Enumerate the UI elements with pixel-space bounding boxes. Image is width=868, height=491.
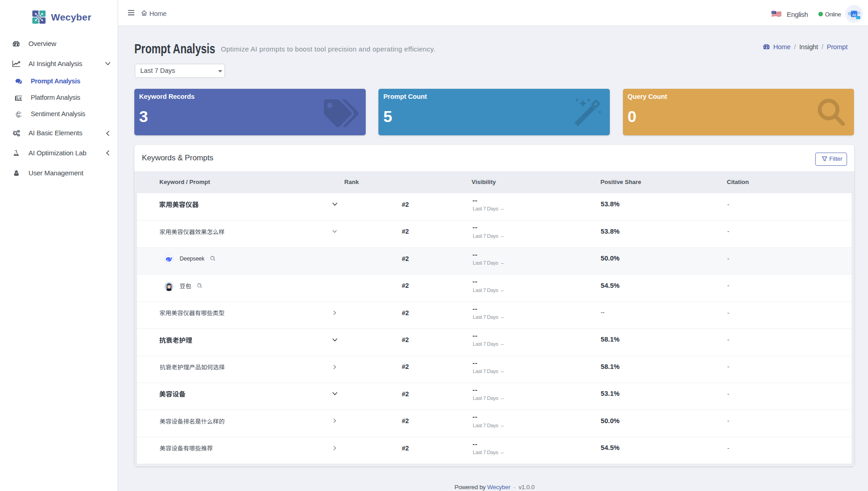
svg-text:AI: AI bbox=[852, 12, 856, 17]
